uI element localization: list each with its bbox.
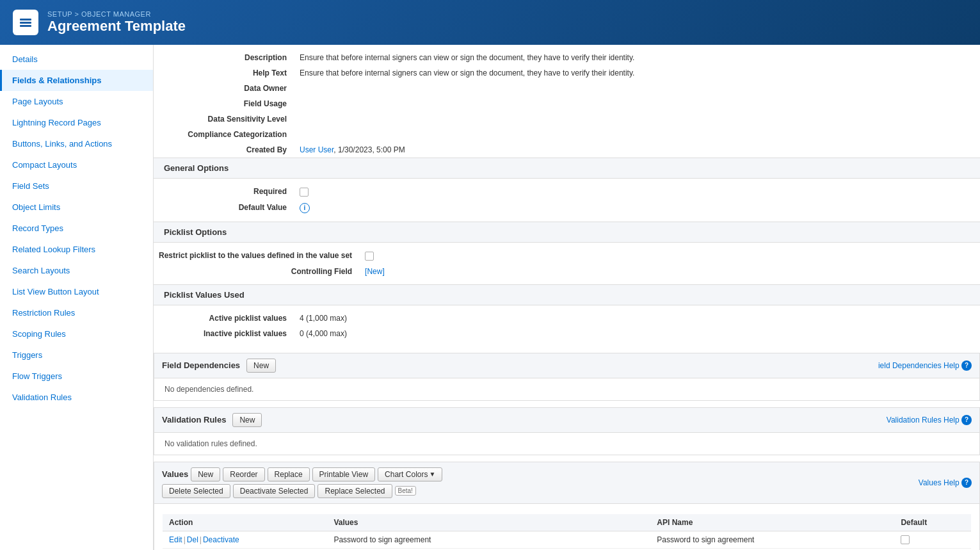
controlling-field-value: [New] [360, 264, 980, 279]
validation-rules-header-left: Validation Rules New [162, 413, 262, 427]
restrict-label: Restrict picklist to the values defined … [154, 248, 360, 264]
restrict-checkbox-icon[interactable] [365, 252, 374, 261]
table-row: Data Owner [154, 81, 980, 96]
edit-link[interactable]: Edit [169, 535, 182, 544]
sidebar-item-details[interactable]: Details [0, 49, 153, 70]
app-icon [13, 10, 38, 35]
sidebar-item-validation[interactable]: Validation Rules [0, 387, 153, 408]
sidebar-item-related-lookup[interactable]: Related Lookup Filters [0, 239, 153, 260]
values-table: Action Values API Name Default Edit [162, 514, 972, 550]
svg-rect-0 [20, 19, 31, 20]
general-options-header: General Options [154, 158, 980, 179]
field-dependencies-help-link[interactable]: ield Dependencies Help ? [878, 360, 972, 371]
row-action: Edit | Del | Deactivate [163, 531, 327, 549]
table-row: Created By User User, 1/30/2023, 5:00 PM [154, 142, 980, 158]
picklist-values-body: Active picklist values 4 (1,000 max) Ina… [154, 305, 980, 346]
field-dependencies-body: No dependencies defined. [154, 378, 979, 400]
sidebar-item-compact[interactable]: Compact Layouts [0, 154, 153, 175]
table-row: Default Value i [154, 200, 980, 216]
validation-rules-new-button[interactable]: New [232, 413, 262, 427]
values-header-right: Values Help ? [919, 478, 972, 488]
picklist-options-table: Restrict picklist to the values defined … [154, 248, 980, 279]
sidebar-item-record-types[interactable]: Record Types [0, 218, 153, 239]
help-badge-icon[interactable]: ? [961, 360, 972, 371]
sidebar-item-object-limits[interactable]: Object Limits [0, 197, 153, 218]
values-chart-colors-button[interactable]: Chart Colors ▼ [378, 467, 442, 481]
values-replace-button[interactable]: Replace [268, 467, 310, 481]
required-label: Required [154, 184, 294, 200]
sidebar-item-field-sets[interactable]: Field Sets [0, 175, 153, 197]
default-value-label: Default Value [154, 200, 294, 216]
table-row: Description Ensure that before internal … [154, 50, 980, 65]
sidebar-item-buttons[interactable]: Buttons, Links, and Actions [0, 133, 153, 154]
help-badge-icon-values[interactable]: ? [961, 478, 972, 488]
field-dependencies-header-right: ield Dependencies Help ? [878, 360, 972, 371]
controlling-field-link[interactable]: [New] [365, 267, 385, 276]
values-table-container: Action Values API Name Default Edit [154, 504, 979, 550]
values-section: Values New Reorder Replace Printable Vie… [154, 462, 980, 550]
values-toolbar-row1: Values New Reorder Replace Printable Vie… [162, 467, 919, 481]
table-row: Edit | Del | Deactivate Password to sign… [163, 531, 971, 549]
required-checkbox [294, 184, 980, 200]
col-action: Action [163, 514, 327, 531]
picklist-values-table: Active picklist values 4 (1,000 max) Ina… [154, 311, 980, 341]
info-icon[interactable]: i [300, 203, 310, 213]
values-deactivate-button[interactable]: Deactivate Selected [233, 484, 316, 498]
values-printable-button[interactable]: Printable View [312, 467, 376, 481]
values-title: Values [162, 469, 188, 479]
active-picklist-value: 4 (1,000 max) [294, 311, 980, 326]
dropdown-arrow-icon: ▼ [429, 471, 435, 478]
validation-rules-header-right: Validation Rules Help ? [887, 415, 972, 425]
values-replace-selected-button[interactable]: Replace Selected [317, 484, 392, 498]
values-header: Values New Reorder Replace Printable Vie… [154, 462, 979, 504]
values-new-button[interactable]: New [191, 467, 220, 481]
field-dependencies-header-left: Field Dependencies New [162, 359, 276, 373]
help-badge-icon-validation[interactable]: ? [961, 415, 972, 425]
values-reorder-button[interactable]: Reorder [223, 467, 264, 481]
created-by-value: User User, 1/30/2023, 5:00 PM [294, 142, 980, 158]
main-layout: Details Fields & Relationships Page Layo… [0, 45, 980, 550]
col-api-name: API Name [650, 514, 894, 531]
created-by-link[interactable]: User User [300, 145, 333, 154]
created-by-label: Created By [154, 142, 294, 158]
sidebar-item-fields[interactable]: Fields & Relationships [0, 70, 153, 91]
del-link[interactable]: Del [187, 535, 198, 544]
validation-rules-title: Validation Rules [162, 415, 226, 425]
data-owner-label: Data Owner [154, 81, 294, 96]
table-row: Data Sensitivity Level [154, 111, 980, 127]
sidebar-item-page-layouts[interactable]: Page Layouts [0, 91, 153, 112]
field-dependencies-section: Field Dependencies New ield Dependencies… [154, 353, 980, 401]
action-links: Edit | Del | Deactivate [169, 535, 321, 544]
values-help-link[interactable]: Values Help ? [919, 478, 972, 488]
field-dependencies-new-button[interactable]: New [246, 359, 276, 373]
inactive-picklist-label: Inactive picklist values [154, 326, 294, 341]
validation-rules-section: Validation Rules New Validation Rules He… [154, 407, 980, 455]
validation-rules-help-link[interactable]: Validation Rules Help ? [887, 415, 972, 425]
field-dependencies-card: Field Dependencies New ield Dependencies… [154, 353, 980, 401]
sidebar-item-search-layouts[interactable]: Search Layouts [0, 260, 153, 281]
row-default [894, 531, 971, 549]
row-api-name: Password to sign agreement [650, 531, 894, 549]
help-text-value: Ensure that before internal signers can … [294, 65, 980, 81]
header-text: SETUP > OBJECT MANAGER Agreement Templat… [47, 10, 186, 35]
deactivate-link[interactable]: Deactivate [203, 535, 239, 544]
picklist-options-header: Picklist Options [154, 222, 980, 243]
active-picklist-label: Active picklist values [154, 311, 294, 326]
validation-rules-header: Validation Rules New Validation Rules He… [154, 408, 979, 433]
sidebar-item-scoping[interactable]: Scoping Rules [0, 323, 153, 344]
validation-rules-card: Validation Rules New Validation Rules He… [154, 407, 980, 455]
sidebar-item-flow-triggers[interactable]: Flow Triggers [0, 366, 153, 387]
col-default: Default [894, 514, 971, 531]
sidebar-item-triggers[interactable]: Triggers [0, 344, 153, 366]
table-row: Active picklist values 4 (1,000 max) [154, 311, 980, 326]
compliance-label: Compliance Categorization [154, 127, 294, 142]
field-usage-value [294, 96, 980, 111]
default-checkbox[interactable] [901, 535, 910, 544]
sidebar: Details Fields & Relationships Page Layo… [0, 45, 154, 550]
sidebar-item-restriction[interactable]: Restriction Rules [0, 302, 153, 323]
values-delete-button[interactable]: Delete Selected [162, 484, 230, 498]
required-checkbox-icon[interactable] [300, 188, 309, 197]
sidebar-item-list-view[interactable]: List View Button Layout [0, 281, 153, 302]
sidebar-item-lightning-record[interactable]: Lightning Record Pages [0, 112, 153, 133]
default-value-info: i [294, 200, 980, 216]
